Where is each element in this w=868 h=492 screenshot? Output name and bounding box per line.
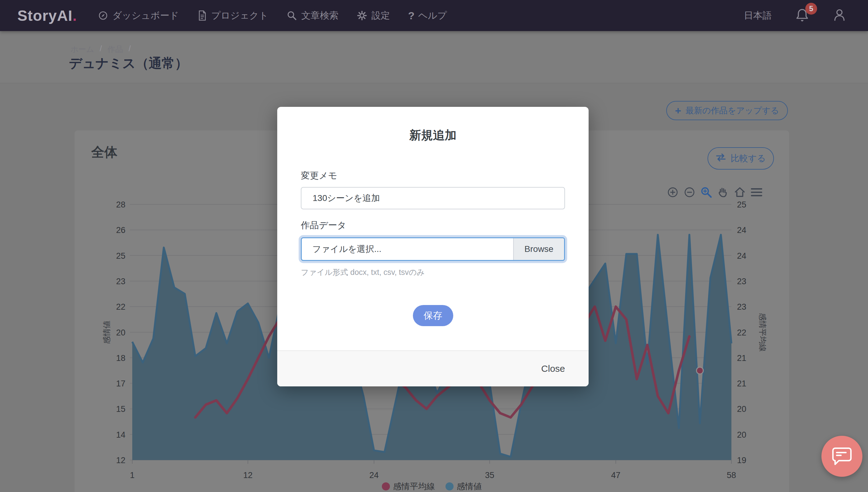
memo-label: 変更メモ [301,170,337,182]
modal-footer: Close [277,350,589,386]
save-button[interactable]: 保存 [413,305,453,326]
memo-input[interactable] [301,187,565,210]
modal-title: 新規追加 [277,127,589,143]
new-entry-modal: 新規追加 変更メモ 作品データ ファイルを選択... Browse ファイル形式… [277,107,589,386]
file-input[interactable]: ファイルを選択... Browse [301,237,565,261]
close-button[interactable]: Close [541,363,565,374]
browse-button[interactable]: Browse [513,238,564,260]
chat-widget-button[interactable] [821,436,862,477]
work-data-label: 作品データ [301,219,346,232]
file-input-placeholder: ファイルを選択... [302,238,513,260]
file-format-hint: ファイル形式 docx, txt, csv, tsvのみ [301,267,425,277]
chat-bubble-icon [831,445,853,467]
